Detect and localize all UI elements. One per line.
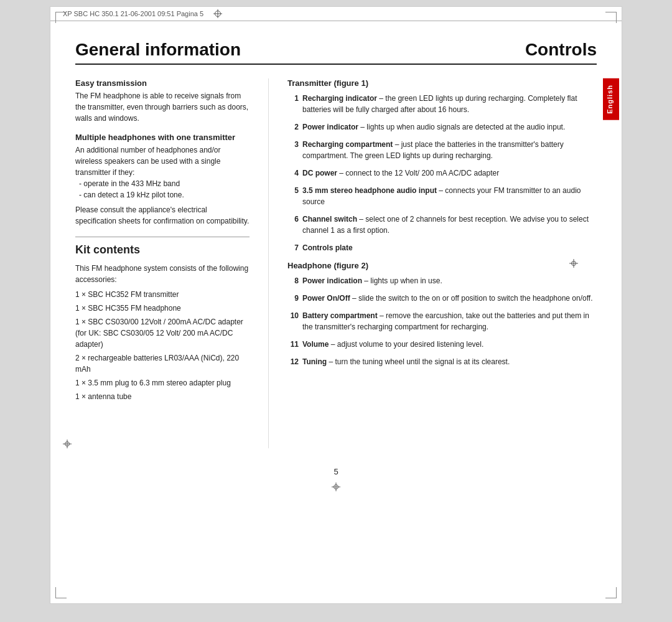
page-content: General information Controls Easy transm…: [50, 21, 622, 510]
section3-text: Please consult the appliance's electrica…: [75, 204, 250, 227]
headphone-control-9: 9 Power On/Off – slide the switch to the…: [287, 293, 597, 304]
headphone-heading: Headphone (figure 2): [287, 261, 597, 270]
crosshair-header: [213, 9, 222, 18]
corner-marker-tl: [55, 12, 67, 23]
headphone-control-10: 10 Battery compartment – remove the earc…: [287, 310, 597, 332]
header-text: XP SBC HC 350.1 21-06-2001 09:51 Pagina …: [63, 10, 203, 17]
headphone-control-11: 11 Volume – adjust volume to your desire…: [287, 339, 597, 350]
title-row: General information Controls: [75, 40, 597, 65]
right-column: English Transmitter (figure 1) 1 Recharg…: [268, 78, 597, 448]
document-page: XP SBC HC 350.1 21-06-2001 09:51 Pagina …: [50, 6, 622, 604]
kit-items-list: 1 × SBC HC352 FM transmitter 1 × SBC HC3…: [75, 289, 250, 402]
page-wrapper: XP SBC HC 350.1 21-06-2001 09:51 Pagina …: [0, 0, 672, 622]
page-header: XP SBC HC 350.1 21-06-2001 09:51 Pagina …: [50, 7, 622, 21]
english-tab: English: [603, 78, 619, 120]
transmitter-controls-list: 1 Recharging indicator – the green LED l…: [287, 93, 597, 253]
page-number: 5: [75, 467, 597, 476]
two-column-layout: Easy transmission The FM headphone is ab…: [75, 78, 597, 448]
transmitter-heading: Transmitter (figure 1): [287, 78, 597, 88]
kit-intro: This FM headphone system consists of the…: [75, 263, 250, 285]
control-item-4: 4 DC power – connect to the 12 Volt/ 200…: [287, 167, 597, 179]
section2-list: operate in the 433 MHz band can detect a…: [75, 178, 250, 200]
control-item-7: 7 Controls plate: [287, 242, 597, 253]
kit-item: 1 × SBC HC355 FM headphone: [75, 303, 250, 314]
section1-heading: Easy transmission: [75, 78, 250, 88]
kit-item: 1 × antenna tube: [75, 391, 250, 402]
list-item: can detect a 19 kHz pilot tone.: [79, 189, 250, 200]
corner-marker-br: [605, 587, 617, 598]
page-title-right: Controls: [525, 40, 597, 60]
control-item-5: 5 3.5 mm stereo headphone audio input – …: [287, 185, 597, 207]
kit-item: 1 × 3.5 mm plug to 6.3 mm stereo adapter…: [75, 377, 250, 389]
kit-title: Kit contents: [75, 243, 250, 257]
headphone-controls-list: 8 Power indication – lights up when in u…: [287, 275, 597, 367]
control-item-2: 2 Power indicator – lights up when audio…: [287, 121, 597, 133]
kit-item: 1 × SBC CS030/00 12Volt / 200mA AC/DC ad…: [75, 316, 250, 350]
section1-text: The FM headphone is able to receive sign…: [75, 90, 250, 124]
control-item-6: 6 Channel switch – select one of 2 chann…: [287, 214, 597, 236]
corner-marker-tr: [605, 12, 617, 23]
kit-item: 2 × rechargeable batteries LR03/AAA (NiC…: [75, 352, 250, 375]
section-divider: [75, 237, 250, 237]
control-item-3: 3 Recharging compartment – just place th…: [287, 139, 597, 161]
kit-item: 1 × SBC HC352 FM transmitter: [75, 289, 250, 300]
section2-heading: Multiple headphones with one transmitter: [75, 133, 250, 142]
headphone-control-8: 8 Power indication – lights up when in u…: [287, 275, 597, 286]
control-item-1: 1 Recharging indicator – the green LED l…: [287, 93, 597, 115]
list-item: operate in the 433 MHz band: [79, 178, 250, 189]
section2-text: An additional number of headphones and/o…: [75, 144, 250, 200]
headphone-control-12: 12 Tuning – turn the tuning wheel until …: [287, 356, 597, 367]
corner-marker-bl: [55, 587, 67, 598]
page-title-left: General information: [75, 40, 241, 60]
left-column: Easy transmission The FM headphone is ab…: [75, 78, 250, 448]
